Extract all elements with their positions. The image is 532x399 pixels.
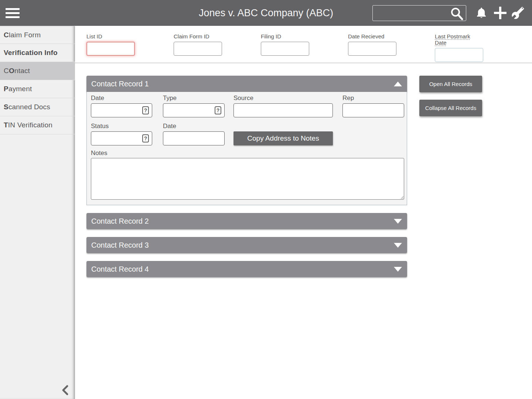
field-label: List ID [86,33,135,39]
contact-record-1-body: Date Type Source Rep ? ? Status Date ? C… [86,92,407,205]
status-label: Status [91,123,109,130]
wrench-icon[interactable] [511,6,525,20]
field-label: Filing ID [261,33,309,39]
field-last-postmark-date: Last Postmark Date [435,33,483,62]
filing-id-input[interactable] [261,42,309,56]
contact-record-3-header[interactable]: Contact Record 3 [86,237,407,253]
date-received-input[interactable] [348,42,396,56]
rep-label: Rep [342,94,354,102]
chevron-left-icon[interactable] [60,384,71,396]
divider [75,63,532,63]
field-claim-form-id: Claim Form ID [174,33,222,56]
sidebar-item-claim-form[interactable]: Claim Form [0,26,75,44]
plus-icon[interactable] [494,7,507,19]
last-postmark-date-input[interactable] [435,48,483,62]
help-icon[interactable]: ? [215,106,221,114]
collapse-all-records-button[interactable]: Collapse All Records [419,100,482,116]
record-title: Contact Record 4 [91,265,149,274]
date-label: Date [91,94,104,102]
expand-arrow-icon[interactable] [394,267,402,272]
contact-source-input[interactable] [233,103,333,117]
field-label: Date Recieved [348,33,396,39]
field-date-received: Date Recieved [348,33,396,56]
sidebar-item-verification-info[interactable]: Verification Info [0,44,75,62]
page-title: Jones v. ABC Company (ABC) [199,7,333,19]
search-icon[interactable] [450,7,464,21]
search-box [372,5,466,21]
contact-status-field: ? [91,131,152,145]
record-title: Contact Record 3 [91,241,149,250]
contact-date-field: ? [91,103,152,117]
contact-record-2-header[interactable]: Contact Record 2 [86,213,407,229]
app-window: Jones v. ABC Company (ABC) Claim Form Ve… [0,0,532,399]
copy-address-to-notes-button[interactable]: Copy Address to Notes [233,131,333,145]
collapse-arrow-icon[interactable] [394,82,402,86]
field-label: Claim Form ID [174,33,222,39]
sidebar-item-payment[interactable]: Payment [0,80,75,98]
type-label: Type [163,94,177,102]
sidebar: Claim Form Verification Info COntact Pay… [0,26,75,399]
expand-arrow-icon[interactable] [394,243,402,248]
contact-record-1-header[interactable]: Contact Record 1 [86,76,407,92]
contact-type-field: ? [163,103,225,117]
sidebar-item-contact[interactable]: COntact [0,62,75,80]
notes-textarea[interactable] [91,158,404,200]
topbar: Jones v. ABC Company (ABC) [0,0,532,26]
help-icon[interactable]: ? [142,106,149,114]
sidebar-item-tin-verification[interactable]: TIN Verification [0,116,75,134]
record-title: Contact Record 2 [91,217,149,226]
claim-form-id-input[interactable] [174,42,222,56]
record-title: Contact Record 1 [91,80,149,88]
expand-arrow-icon[interactable] [394,219,402,224]
source-label: Source [233,94,253,102]
hamburger-menu-icon[interactable] [6,8,20,18]
sidebar-item-scanned-docs[interactable]: Scanned Docs [0,98,75,116]
contact-date2-input[interactable] [163,131,225,145]
notes-label: Notes [91,149,107,157]
field-label: Last Postmark Date [435,33,483,46]
date2-label: Date [163,123,176,130]
help-icon[interactable]: ? [142,134,149,142]
bell-icon[interactable] [476,6,487,20]
field-filing-id: Filing ID [261,33,309,56]
field-list-id: List ID [86,33,135,56]
open-all-records-button[interactable]: Open All Records [419,76,482,92]
contact-record-4-header[interactable]: Contact Record 4 [86,261,407,277]
list-id-input[interactable] [86,42,135,56]
contact-rep-input[interactable] [342,103,404,117]
